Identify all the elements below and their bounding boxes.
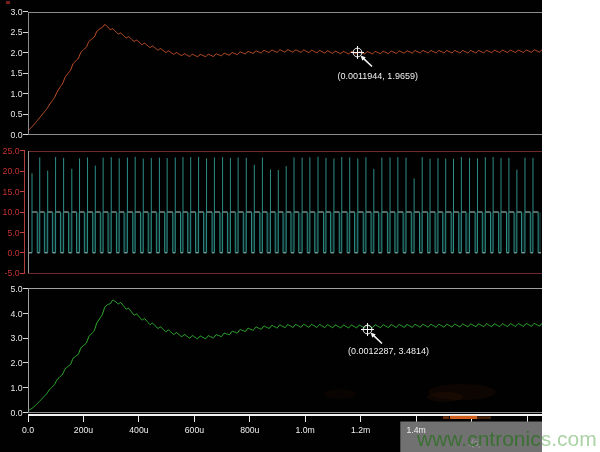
svg-text:0.0: 0.0 (7, 248, 19, 258)
svg-text:5.0: 5.0 (7, 228, 19, 238)
svg-text:0.0: 0.0 (22, 425, 34, 435)
svg-text:25.0: 25.0 (3, 146, 20, 156)
svg-text:1.0m: 1.0m (296, 425, 315, 435)
svg-text:3.0: 3.0 (10, 333, 22, 343)
svg-text:200u: 200u (74, 425, 93, 435)
svg-text:1.5: 1.5 (10, 68, 22, 78)
svg-text:2.0: 2.0 (10, 48, 22, 58)
svg-text:400u: 400u (129, 425, 148, 435)
svg-text:1.0: 1.0 (10, 383, 22, 393)
svg-text:0.5: 0.5 (10, 109, 22, 119)
svg-text:2.5: 2.5 (10, 27, 22, 37)
svg-text:5.0: 5.0 (10, 284, 22, 294)
svg-text:2.0: 2.0 (10, 358, 22, 368)
svg-text:3.0: 3.0 (10, 7, 22, 17)
svg-text:15.0: 15.0 (3, 187, 20, 197)
svg-text:20.0: 20.0 (3, 166, 20, 176)
svg-text:1.0: 1.0 (10, 89, 22, 99)
svg-text:4.0: 4.0 (10, 309, 22, 319)
svg-text:-5.0: -5.0 (5, 268, 20, 278)
svg-text:0.0: 0.0 (10, 130, 22, 140)
svg-text:(0.0012287, 3.4814): (0.0012287, 3.4814) (348, 346, 429, 356)
svg-text:1.2m: 1.2m (351, 425, 370, 435)
svg-text:800u: 800u (240, 425, 259, 435)
svg-text:0.0: 0.0 (10, 408, 22, 418)
svg-text:600u: 600u (185, 425, 204, 435)
svg-text:10.0: 10.0 (3, 207, 20, 217)
svg-text:(0.0011944, 1.9659): (0.0011944, 1.9659) (338, 71, 418, 81)
